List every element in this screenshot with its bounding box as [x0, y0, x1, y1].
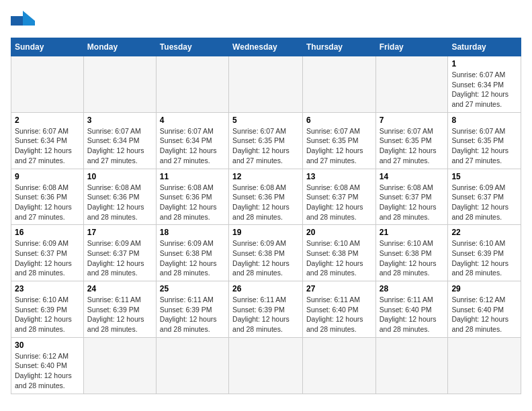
- day-info: Sunrise: 6:11 AMSunset: 6:39 PMDaylight:…: [232, 295, 299, 334]
- calendar-cell: [156, 56, 228, 113]
- calendar-cell: 24Sunrise: 6:11 AMSunset: 6:39 PMDayligh…: [83, 281, 156, 338]
- calendar-cell: 30Sunrise: 6:12 AMSunset: 6:40 PMDayligh…: [11, 337, 84, 394]
- calendar-cell: [448, 337, 521, 394]
- calendar-cell: 14Sunrise: 6:08 AMSunset: 6:37 PMDayligh…: [375, 169, 448, 225]
- svg-marker-1: [23, 11, 35, 21]
- day-number: 24: [87, 284, 152, 293]
- day-info: Sunrise: 6:08 AMSunset: 6:37 PMDaylight:…: [306, 183, 372, 222]
- day-info: Sunrise: 6:11 AMSunset: 6:40 PMDaylight:…: [380, 295, 445, 334]
- calendar-cell: 3Sunrise: 6:07 AMSunset: 6:34 PMDaylight…: [83, 112, 156, 169]
- column-header-friday: Friday: [375, 38, 448, 56]
- day-info: Sunrise: 6:07 AMSunset: 6:35 PMDaylight:…: [306, 126, 372, 166]
- calendar-cell: 13Sunrise: 6:08 AMSunset: 6:37 PMDayligh…: [302, 169, 375, 225]
- day-number: 29: [451, 284, 517, 293]
- day-number: 9: [15, 172, 80, 181]
- calendar-cell: [229, 56, 303, 113]
- day-number: 12: [232, 172, 299, 181]
- calendar-cell: 12Sunrise: 6:08 AMSunset: 6:36 PMDayligh…: [229, 169, 303, 225]
- day-number: 16: [15, 228, 80, 237]
- svg-rect-0: [11, 16, 23, 26]
- day-number: 27: [306, 284, 372, 293]
- calendar-cell: 6Sunrise: 6:07 AMSunset: 6:35 PMDaylight…: [302, 112, 375, 169]
- calendar-week-row: 30Sunrise: 6:12 AMSunset: 6:40 PMDayligh…: [11, 337, 521, 394]
- day-number: 23: [15, 284, 80, 293]
- calendar-cell: [375, 337, 448, 394]
- calendar-cell: 28Sunrise: 6:11 AMSunset: 6:40 PMDayligh…: [375, 281, 448, 338]
- column-header-saturday: Saturday: [448, 38, 521, 56]
- day-info: Sunrise: 6:09 AMSunset: 6:38 PMDaylight:…: [232, 238, 299, 278]
- day-info: Sunrise: 6:11 AMSunset: 6:39 PMDaylight:…: [87, 295, 152, 334]
- day-number: 20: [306, 228, 372, 237]
- calendar-cell: [156, 337, 228, 394]
- page-header: [11, 11, 521, 31]
- day-number: 11: [160, 172, 225, 181]
- calendar-header-row: SundayMondayTuesdayWednesdayThursdayFrid…: [11, 38, 521, 56]
- day-info: Sunrise: 6:08 AMSunset: 6:36 PMDaylight:…: [232, 183, 299, 222]
- calendar-cell: 20Sunrise: 6:10 AMSunset: 6:38 PMDayligh…: [302, 225, 375, 281]
- calendar-week-row: 23Sunrise: 6:10 AMSunset: 6:39 PMDayligh…: [11, 281, 521, 338]
- day-info: Sunrise: 6:10 AMSunset: 6:38 PMDaylight:…: [306, 238, 372, 278]
- day-info: Sunrise: 6:10 AMSunset: 6:39 PMDaylight:…: [15, 295, 80, 334]
- calendar-cell: 4Sunrise: 6:07 AMSunset: 6:34 PMDaylight…: [156, 112, 228, 169]
- day-number: 13: [306, 172, 372, 181]
- column-header-wednesday: Wednesday: [229, 38, 303, 56]
- day-number: 25: [160, 284, 225, 293]
- day-number: 17: [87, 228, 152, 237]
- day-info: Sunrise: 6:07 AMSunset: 6:35 PMDaylight:…: [380, 126, 445, 166]
- calendar-cell: 1Sunrise: 6:07 AMSunset: 6:34 PMDaylight…: [448, 56, 521, 113]
- day-number: 21: [380, 228, 445, 237]
- day-number: 22: [451, 228, 517, 237]
- day-number: 19: [232, 228, 299, 237]
- day-info: Sunrise: 6:10 AMSunset: 6:38 PMDaylight:…: [380, 238, 445, 278]
- calendar-cell: 8Sunrise: 6:07 AMSunset: 6:35 PMDaylight…: [448, 112, 521, 169]
- calendar-cell: 18Sunrise: 6:09 AMSunset: 6:38 PMDayligh…: [156, 225, 228, 281]
- calendar-week-row: 2Sunrise: 6:07 AMSunset: 6:34 PMDaylight…: [11, 112, 521, 169]
- logo-icon: [11, 11, 35, 31]
- calendar-week-row: 1Sunrise: 6:07 AMSunset: 6:34 PMDaylight…: [11, 56, 521, 113]
- calendar-cell: 10Sunrise: 6:08 AMSunset: 6:36 PMDayligh…: [83, 169, 156, 225]
- day-info: Sunrise: 6:08 AMSunset: 6:37 PMDaylight:…: [380, 183, 445, 222]
- day-number: 26: [232, 284, 299, 293]
- day-info: Sunrise: 6:12 AMSunset: 6:40 PMDaylight:…: [451, 295, 517, 334]
- column-header-thursday: Thursday: [302, 38, 375, 56]
- day-info: Sunrise: 6:10 AMSunset: 6:39 PMDaylight:…: [451, 238, 517, 278]
- day-number: 7: [380, 116, 445, 125]
- day-number: 5: [232, 116, 299, 125]
- day-info: Sunrise: 6:08 AMSunset: 6:36 PMDaylight:…: [15, 183, 80, 222]
- day-number: 14: [380, 172, 445, 181]
- calendar-cell: 22Sunrise: 6:10 AMSunset: 6:39 PMDayligh…: [448, 225, 521, 281]
- day-info: Sunrise: 6:07 AMSunset: 6:35 PMDaylight:…: [451, 126, 517, 166]
- day-number: 28: [380, 284, 445, 293]
- calendar-cell: 16Sunrise: 6:09 AMSunset: 6:37 PMDayligh…: [11, 225, 84, 281]
- calendar-cell: [11, 56, 84, 113]
- day-info: Sunrise: 6:12 AMSunset: 6:40 PMDaylight:…: [15, 351, 80, 391]
- day-info: Sunrise: 6:08 AMSunset: 6:36 PMDaylight:…: [160, 183, 225, 222]
- day-info: Sunrise: 6:09 AMSunset: 6:37 PMDaylight:…: [451, 183, 517, 222]
- day-info: Sunrise: 6:09 AMSunset: 6:38 PMDaylight:…: [160, 238, 225, 278]
- logo: [11, 11, 38, 31]
- day-number: 3: [87, 116, 152, 125]
- calendar-week-row: 9Sunrise: 6:08 AMSunset: 6:36 PMDaylight…: [11, 169, 521, 225]
- calendar-cell: [83, 56, 156, 113]
- day-info: Sunrise: 6:07 AMSunset: 6:34 PMDaylight:…: [451, 70, 517, 109]
- day-info: Sunrise: 6:08 AMSunset: 6:36 PMDaylight:…: [87, 183, 152, 222]
- calendar-cell: 27Sunrise: 6:11 AMSunset: 6:40 PMDayligh…: [302, 281, 375, 338]
- day-number: 18: [160, 228, 225, 237]
- calendar-cell: [229, 337, 303, 394]
- column-header-monday: Monday: [83, 38, 156, 56]
- day-info: Sunrise: 6:07 AMSunset: 6:34 PMDaylight:…: [160, 126, 225, 166]
- calendar-cell: 25Sunrise: 6:11 AMSunset: 6:39 PMDayligh…: [156, 281, 228, 338]
- calendar-cell: 15Sunrise: 6:09 AMSunset: 6:37 PMDayligh…: [448, 169, 521, 225]
- day-number: 30: [15, 340, 80, 350]
- day-number: 1: [451, 59, 517, 68]
- calendar-cell: 29Sunrise: 6:12 AMSunset: 6:40 PMDayligh…: [448, 281, 521, 338]
- day-number: 8: [451, 116, 517, 125]
- column-header-sunday: Sunday: [11, 38, 84, 56]
- calendar-table: SundayMondayTuesdayWednesdayThursdayFrid…: [11, 38, 521, 394]
- calendar-cell: 11Sunrise: 6:08 AMSunset: 6:36 PMDayligh…: [156, 169, 228, 225]
- calendar-cell: [83, 337, 156, 394]
- column-header-tuesday: Tuesday: [156, 38, 228, 56]
- day-info: Sunrise: 6:07 AMSunset: 6:34 PMDaylight:…: [87, 126, 152, 166]
- calendar-cell: 2Sunrise: 6:07 AMSunset: 6:34 PMDaylight…: [11, 112, 84, 169]
- day-number: 15: [451, 172, 517, 181]
